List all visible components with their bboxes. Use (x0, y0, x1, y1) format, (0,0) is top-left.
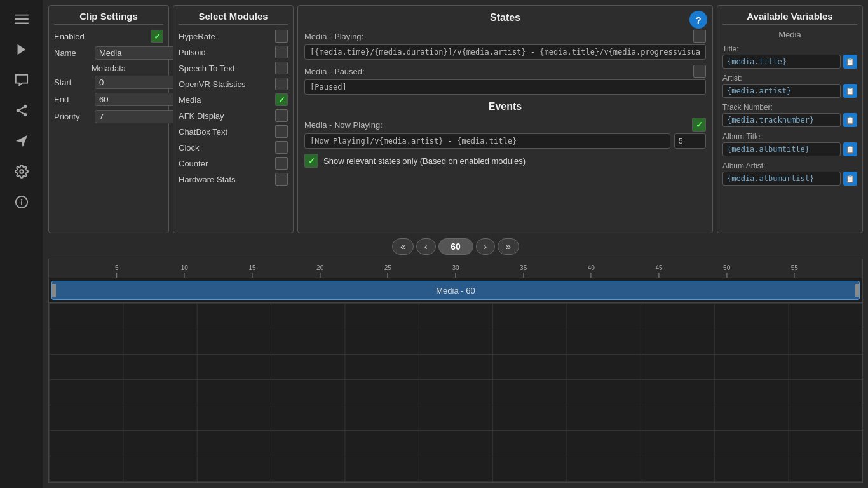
ruler-mark: 35 (520, 264, 527, 278)
end-label: End (54, 95, 92, 104)
state-playing-row: Media - Playing: (304, 30, 706, 60)
svg-point-6 (23, 113, 27, 117)
timeline-track[interactable]: Media - 60 (48, 278, 863, 303)
module-row: Counter (179, 157, 288, 170)
state-playing-label: Media - Playing: (304, 32, 363, 41)
variable-label: Album Title: (722, 132, 857, 141)
ruler-tick (388, 273, 388, 278)
track-clip[interactable]: Media - 60 (51, 281, 860, 300)
event-now-playing-checkbox[interactable] (692, 118, 706, 132)
module-row: Pulsoid (179, 46, 288, 58)
prev-button[interactable]: ‹ (416, 238, 436, 255)
ruler-mark: 10 (181, 264, 188, 278)
state-paused-row: Media - Paused: (304, 65, 706, 95)
clip-handle-left[interactable] (52, 284, 56, 297)
copy-variable-button[interactable]: 📋 (843, 55, 857, 69)
hamburger-menu-icon[interactable] (9, 6, 34, 32)
event-now-playing-number[interactable] (674, 133, 706, 149)
variable-value: {media.tracknumber} (722, 113, 841, 127)
variable-value-row: {media.albumtitle}📋 (722, 142, 857, 156)
module-label: HypeRate (179, 32, 215, 41)
ruler-mark-label: 55 (791, 264, 798, 271)
module-checkbox[interactable] (275, 141, 288, 154)
main-content: Clip Settings Enabled Name Metadata Star… (43, 0, 868, 488)
show-relevant-row: Show relevant states only (Based on enab… (304, 154, 706, 168)
module-label: Hardware Stats (179, 175, 236, 184)
show-relevant-checkbox[interactable] (304, 154, 318, 168)
ruler-mark: 30 (452, 264, 459, 278)
variable-label: Title: (722, 44, 857, 53)
svg-line-7 (19, 111, 23, 114)
copy-variable-button[interactable]: 📋 (843, 172, 857, 186)
info-icon[interactable] (9, 189, 34, 215)
svg-point-5 (16, 109, 20, 112)
show-relevant-label: Show relevant states only (Based on enab… (323, 156, 526, 166)
ruler-mark-label: 25 (384, 264, 391, 271)
module-label: ChatBox Text (179, 127, 227, 137)
ruler-mark-label: 15 (248, 264, 255, 271)
module-checkbox[interactable] (275, 157, 288, 170)
skip-back-button[interactable]: « (392, 238, 414, 255)
ruler-mark: 25 (384, 264, 391, 278)
variable-label: Track Number: (722, 103, 857, 112)
module-checkbox[interactable] (275, 62, 288, 74)
state-playing-input[interactable] (304, 44, 706, 60)
ruler-tick (794, 273, 795, 278)
timeline-current-display: 60 (438, 238, 473, 255)
copy-variable-button[interactable]: 📋 (843, 113, 857, 127)
states-title: States (304, 12, 706, 24)
ruler-tick (320, 273, 320, 278)
module-checkbox[interactable] (275, 46, 288, 58)
variables-section-title: Media (722, 30, 857, 39)
state-paused-checkbox[interactable] (693, 65, 706, 78)
navigate-icon[interactable] (9, 128, 34, 154)
ruler-mark-label: 10 (181, 264, 188, 271)
state-paused-input[interactable] (304, 79, 706, 95)
variable-value-row: {media.tracknumber}📋 (722, 113, 857, 127)
start-label: Start (54, 78, 92, 87)
available-variables-title: Available Variables (722, 11, 857, 25)
ruler-mark-label: 30 (452, 264, 459, 271)
ruler-mark: 45 (655, 264, 662, 278)
state-paused-label: Media - Paused: (304, 67, 365, 76)
copy-variable-button[interactable]: 📋 (843, 142, 857, 156)
module-row: HypeRate (179, 30, 288, 43)
module-checkbox[interactable] (275, 109, 288, 122)
share-icon[interactable] (9, 98, 34, 123)
skip-forward-button[interactable]: » (498, 238, 519, 255)
settings-icon[interactable] (9, 159, 34, 184)
svg-rect-1 (15, 18, 29, 20)
module-label: Pulsoid (179, 48, 206, 57)
module-checkbox[interactable] (275, 78, 288, 90)
priority-row: Priority (54, 110, 163, 123)
name-label: Name (54, 48, 92, 58)
chat-icon[interactable] (9, 67, 34, 93)
state-playing-checkbox[interactable] (693, 30, 706, 43)
ruler-tick (523, 273, 524, 278)
module-row: Clock (179, 141, 288, 154)
variable-row: Artist:{media.artist}📋 (722, 74, 857, 98)
module-checkbox[interactable] (275, 173, 288, 186)
available-variables-panel: Available Variables Media Title:{media.t… (717, 5, 863, 233)
variable-label: Album Artist: (722, 161, 857, 170)
variable-value-row: {media.artist}📋 (722, 84, 857, 98)
module-label: Speech To Text (179, 64, 234, 73)
module-checkbox[interactable] (275, 30, 288, 43)
ruler-mark: 15 (248, 264, 255, 278)
sidebar (0, 0, 43, 488)
event-now-playing-input[interactable] (304, 133, 670, 149)
module-checkbox[interactable] (275, 93, 288, 106)
priority-label: Priority (54, 112, 92, 121)
timeline-ruler: 510152025303540455055 (48, 259, 863, 278)
events-title: Events (304, 101, 706, 112)
copy-variable-button[interactable]: 📋 (843, 84, 857, 98)
event-now-playing-label: Media - Now Playing: (304, 120, 383, 130)
panels-row: Clip Settings Enabled Name Metadata Star… (43, 0, 868, 238)
select-modules-title: Select Modules (179, 11, 288, 25)
play-icon[interactable] (9, 37, 34, 62)
help-button[interactable]: ? (689, 11, 707, 29)
next-button[interactable]: › (476, 238, 496, 255)
module-checkbox[interactable] (275, 125, 288, 138)
clip-handle-right[interactable] (855, 284, 859, 297)
enabled-checkbox[interactable] (151, 30, 163, 43)
